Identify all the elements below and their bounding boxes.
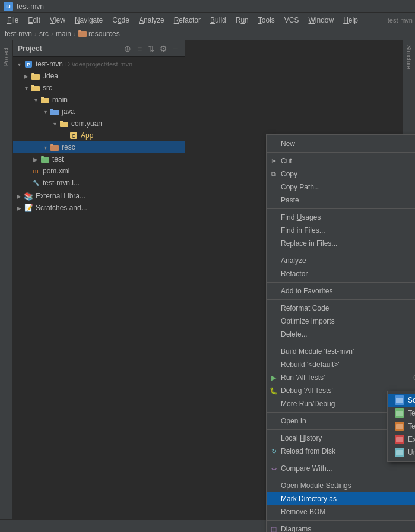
svg-rect-7 <box>31 85 34 87</box>
project-panel: Project ⊕ ≡ ⇅ ⚙ − ▾ P test-mvn D:\ideapr… <box>13 40 185 532</box>
sub-test-resources-root[interactable]: Test Resources Root <box>388 420 415 433</box>
sub-sources-label: Sources Root <box>408 396 415 404</box>
compare-icon: ⇔ <box>269 464 278 473</box>
tree-item-app[interactable]: ▶ C App <box>13 129 185 141</box>
ctx-find-files[interactable]: Find in Files... Ctrl+Shift+F <box>267 224 415 237</box>
tree-item-resources[interactable]: ▾ resc <box>13 141 185 153</box>
tree-arrow-com: ▾ <box>51 120 58 127</box>
menu-refactor[interactable]: Refactor <box>169 15 205 26</box>
tree-item-idea[interactable]: ▶ .idea <box>13 70 185 82</box>
scratches-icon: 📝 <box>24 203 33 213</box>
tree-item-java[interactable]: ▾ java <box>13 106 185 118</box>
ctx-compare-with[interactable]: ⇔ Compare With... Ctrl+D <box>267 462 415 475</box>
file-tree: ▾ P test-mvn D:\ideaproject\test-mvn ▶ .… <box>13 57 185 532</box>
ctx-copy-path[interactable]: Copy Path... <box>267 180 415 194</box>
tree-item-external-libs[interactable]: ▶ 📚 External Libra... <box>13 190 185 202</box>
panel-add-btn[interactable]: ⊕ <box>123 44 132 53</box>
menu-help[interactable]: Help <box>338 15 363 26</box>
ctx-open-module-label: Open Module Settings <box>281 482 351 490</box>
sub-sources-root[interactable]: Sources Root <box>388 394 415 407</box>
svg-rect-23 <box>396 437 403 442</box>
tree-label-res: resc <box>62 143 75 151</box>
menu-build[interactable]: Build <box>205 15 231 26</box>
tree-arrow-scratch: ▶ <box>15 204 23 211</box>
ctx-run-tests[interactable]: ▶ Run 'All Tests' Ctrl+Shift+F10 <box>267 371 415 384</box>
ctx-remove-bom[interactable]: Remove BOM <box>267 505 415 518</box>
breadcrumb-main[interactable]: main <box>56 30 71 38</box>
tree-item-src[interactable]: ▾ src <box>13 82 185 94</box>
tree-arrow-src: ▾ <box>23 84 30 91</box>
folder-test-icon <box>40 154 50 164</box>
panel-close-btn[interactable]: − <box>170 44 180 53</box>
tree-item-scratches[interactable]: ▶ 📝 Scratches and... <box>13 202 185 214</box>
ctx-build-module[interactable]: Build Module 'test-mvn' <box>267 345 415 358</box>
tree-item-root[interactable]: ▾ P test-mvn D:\ideaproject\test-mvn <box>13 58 185 70</box>
ctx-rebuild[interactable]: Rebuild '<default>' Ctrl+Shift+F9 <box>267 358 415 371</box>
svg-rect-17 <box>50 144 53 146</box>
tree-item-pom[interactable]: ▶ m pom.xml <box>13 165 185 177</box>
xml-pom-icon: m <box>31 166 40 176</box>
ctx-diagrams[interactable]: ◫ Diagrams ▶ <box>267 522 415 532</box>
ctx-sep4 <box>267 282 415 283</box>
ctx-cut[interactable]: ✂ Cut Ctrl+X <box>267 154 415 167</box>
menu-tools[interactable]: Tools <box>254 15 280 26</box>
tree-arrow-java: ▾ <box>42 108 49 115</box>
left-sidebar-strip: Project <box>0 40 13 532</box>
menu-view[interactable]: View <box>45 15 70 26</box>
svg-rect-13 <box>60 121 63 122</box>
ctx-copy[interactable]: ⧉ Copy Ctrl+C <box>267 167 415 180</box>
menu-window[interactable]: Window <box>303 15 338 26</box>
ctx-delete-label: Delete... <box>281 330 308 338</box>
breadcrumb-src[interactable]: src <box>39 30 49 38</box>
panel-settings-btn[interactable]: ⚙ <box>159 44 168 53</box>
excluded-icon <box>395 435 404 444</box>
ctx-replace-files[interactable]: Replace in Files... Ctrl+Shift+R <box>267 237 415 250</box>
ctx-mark-directory[interactable]: Mark Directory as ▶ <box>267 492 415 505</box>
tree-item-com-yuan[interactable]: ▾ com.yuan <box>13 118 185 129</box>
menu-analyze[interactable]: Analyze <box>134 15 169 26</box>
menu-run[interactable]: Run <box>231 15 254 26</box>
breadcrumb-resources[interactable]: resources <box>78 30 120 38</box>
app-icon: IJ <box>4 2 13 11</box>
external-libs-icon: 📚 <box>24 191 33 201</box>
sub-test-sources-root[interactable]: Test Sources Root <box>388 407 415 420</box>
ctx-refactor[interactable]: Refactor ▶ <box>267 267 415 280</box>
ctx-optimize[interactable]: Optimize Imports Ctrl+Alt+O <box>267 315 415 328</box>
tree-label-ext: External Libra... <box>36 192 85 200</box>
sub-unmark[interactable]: Unmark as Resources Root <box>388 446 415 459</box>
svg-rect-20 <box>396 398 403 403</box>
tree-item-main[interactable]: ▾ main <box>13 94 185 106</box>
menu-file[interactable]: File <box>2 15 23 26</box>
ctx-analyze[interactable]: Analyze ▶ <box>267 254 415 267</box>
ctx-find-usages[interactable]: Find Usages Alt+F7 <box>267 211 415 224</box>
ctx-new[interactable]: New ▶ <box>267 137 415 150</box>
menu-vcs[interactable]: VCS <box>280 15 304 26</box>
ctx-delete[interactable]: Delete... Delete <box>267 328 415 341</box>
tree-arrow-main: ▾ <box>32 96 39 103</box>
class-app-icon: C <box>69 131 78 140</box>
tree-item-testmvn-file[interactable]: ▶ 🔧 test-mvn.i... <box>13 177 185 189</box>
run-icon: ▶ <box>269 373 278 382</box>
cut-icon: ✂ <box>269 156 278 166</box>
menu-code[interactable]: Code <box>107 15 134 26</box>
sidebar-tab-structure[interactable]: Structure <box>404 40 413 74</box>
ctx-reformat[interactable]: Reformat Code Ctrl+Alt+L <box>267 302 415 315</box>
ctx-add-favorites[interactable]: Add to Favorites ▶ <box>267 284 415 297</box>
sub-excluded-label: Excluded <box>408 435 415 444</box>
menu-edit[interactable]: Edit <box>23 15 45 26</box>
menu-navigate[interactable]: Navigate <box>70 15 107 26</box>
svg-rect-6 <box>31 86 40 91</box>
tree-label-pom: pom.xml <box>43 167 69 175</box>
ctx-open-in-label: Open In <box>281 417 306 425</box>
svg-rect-19 <box>41 156 44 158</box>
panel-sort-btn[interactable]: ⇅ <box>147 44 156 53</box>
svg-rect-18 <box>41 157 49 163</box>
breadcrumb-project[interactable]: test-mvn <box>5 30 32 38</box>
tree-label-main: main <box>52 96 68 104</box>
ctx-open-module[interactable]: Open Module Settings F4 <box>267 479 415 492</box>
ctx-paste[interactable]: Paste Ctrl+V <box>267 194 415 207</box>
panel-list-btn[interactable]: ≡ <box>135 44 144 53</box>
tree-item-test[interactable]: ▶ test <box>13 153 185 165</box>
sidebar-tab-project[interactable]: Project <box>2 43 11 71</box>
sub-excluded[interactable]: Excluded <box>388 433 415 446</box>
